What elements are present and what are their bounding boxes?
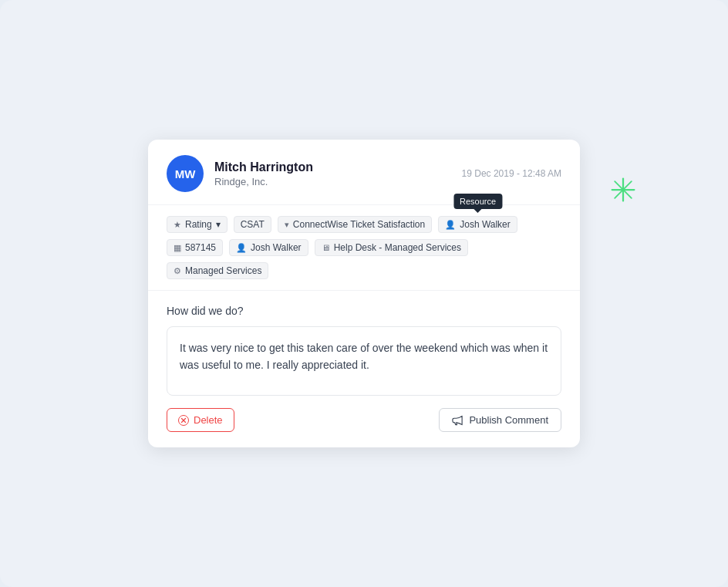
publish-comment-button[interactable]: Publish Comment bbox=[439, 408, 561, 432]
main-card: MW Mitch Harrington Rindge, Inc. 19 Dec … bbox=[148, 140, 580, 447]
avatar: MW bbox=[167, 155, 204, 192]
org-icon: ⚙ bbox=[174, 266, 181, 276]
publish-label: Publish Comment bbox=[469, 414, 548, 426]
star-icon: ★ bbox=[174, 220, 181, 230]
grid-icon: ▦ bbox=[174, 243, 181, 253]
actions-row: Delete Publish Comment bbox=[148, 396, 580, 447]
delete-icon bbox=[178, 415, 189, 426]
tag-managed-services-label: Managed Services bbox=[185, 265, 261, 276]
sparkle-decoration bbox=[609, 176, 637, 204]
bullhorn-icon bbox=[452, 414, 463, 426]
chevron-icon: ▾ bbox=[216, 219, 221, 230]
tag-help-desk[interactable]: 🖥 Help Desk - Managed Services bbox=[315, 239, 468, 256]
comment-text: It was very nice to get this taken care … bbox=[167, 326, 561, 396]
user-info: Mitch Harrington Rindge, Inc. bbox=[214, 160, 313, 187]
tag-josh-walker-2-label: Josh Walker bbox=[251, 242, 302, 253]
tag-connectwise-label: ConnectWise Ticket Satisfaction bbox=[293, 219, 425, 230]
timestamp: 19 Dec 2019 - 12:48 AM bbox=[462, 168, 561, 179]
delete-button[interactable]: Delete bbox=[167, 408, 234, 432]
user-company: Rindge, Inc. bbox=[214, 176, 313, 187]
question-section: How did we do? It was very nice to get t… bbox=[148, 291, 580, 396]
tag-connectwise[interactable]: ▾ ConnectWise Ticket Satisfaction bbox=[278, 216, 432, 233]
tag-josh-walker-label: Josh Walker bbox=[460, 219, 511, 230]
person-icon-2: 👤 bbox=[236, 243, 247, 253]
user-name: Mitch Harrington bbox=[214, 160, 313, 174]
page-background: MW Mitch Harrington Rindge, Inc. 19 Dec … bbox=[0, 0, 728, 587]
tag-rating-label: Rating bbox=[185, 219, 212, 230]
person-icon: 👤 bbox=[445, 220, 456, 230]
header-left: MW Mitch Harrington Rindge, Inc. bbox=[167, 155, 313, 192]
tag-ticket-id[interactable]: ▦ 587145 bbox=[167, 239, 223, 256]
tag-rating[interactable]: ★ Rating ▾ bbox=[167, 216, 228, 233]
headset-icon: 🖥 bbox=[322, 243, 330, 252]
filter-icon: ▾ bbox=[285, 220, 289, 230]
tag-ticket-id-label: 587145 bbox=[185, 242, 216, 253]
tag-csat-label: CSAT bbox=[241, 219, 265, 230]
resource-tooltip: Resource bbox=[453, 194, 502, 209]
tag-help-desk-label: Help Desk - Managed Services bbox=[334, 242, 461, 253]
tag-josh-walker[interactable]: Resource 👤 Josh Walker bbox=[438, 216, 517, 233]
delete-label: Delete bbox=[194, 414, 223, 426]
tags-row: ★ Rating ▾ CSAT ▾ ConnectWise Ticket Sat… bbox=[148, 205, 580, 291]
question-label: How did we do? bbox=[167, 305, 561, 317]
card-header: MW Mitch Harrington Rindge, Inc. 19 Dec … bbox=[148, 140, 580, 205]
tag-josh-walker-2[interactable]: 👤 Josh Walker bbox=[229, 239, 308, 256]
tag-csat[interactable]: CSAT bbox=[234, 216, 271, 233]
tag-managed-services[interactable]: ⚙ Managed Services bbox=[167, 262, 268, 279]
